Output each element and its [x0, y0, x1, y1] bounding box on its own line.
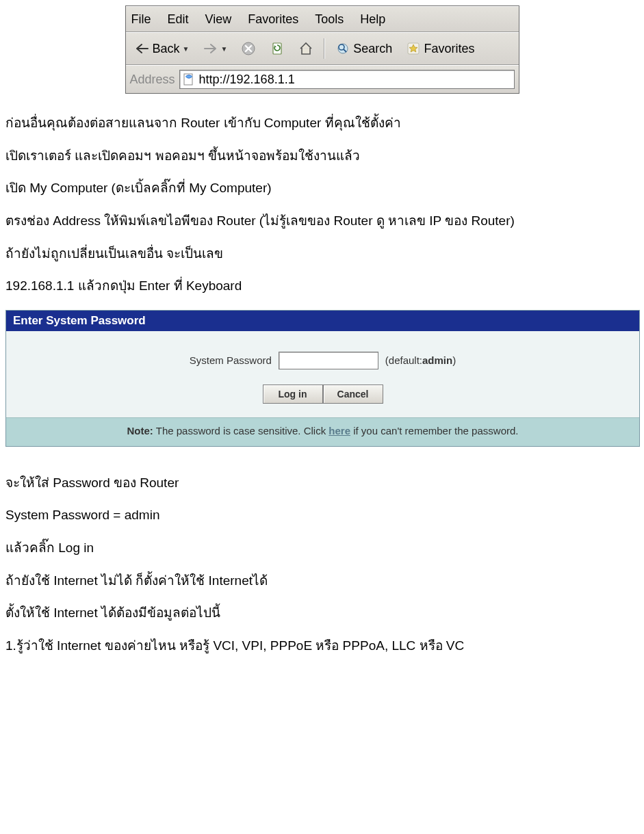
menu-help[interactable]: Help — [360, 12, 385, 27]
para-6: 192.168.1.1 แล้วกดปุ่ม Enter ที่ Keyboar… — [5, 277, 639, 295]
para-2: เปิดเราเตอร์ และเปิดคอมฯ พอคอมฯ ขึ้นหน้า… — [5, 147, 639, 165]
para-8: System Password = admin — [5, 506, 639, 524]
dropdown-icon: ▼ — [183, 45, 190, 53]
ie-address-bar: Address — [126, 65, 519, 93]
hint-prefix: (default: — [385, 354, 422, 366]
back-button[interactable]: Back ▼ — [130, 38, 194, 59]
forgot-password-link[interactable]: here — [329, 425, 350, 436]
favorites-button[interactable]: Favorites — [401, 38, 479, 59]
back-arrow-icon — [135, 41, 150, 56]
forward-button[interactable]: ▼ — [198, 38, 232, 59]
favorites-star-icon — [406, 41, 421, 56]
home-button[interactable] — [294, 38, 318, 59]
menu-view[interactable]: View — [205, 12, 232, 27]
para-5: ถ้ายังไม่ถูกเปลี่ยนเป็นเลขอื่น จะเป็นเลข — [5, 245, 639, 263]
ie-toolbar: Back ▼ ▼ Sea — [126, 32, 519, 65]
login-note: Note: The password is case sensitive. Cl… — [6, 417, 639, 446]
address-input[interactable] — [198, 72, 511, 88]
hint-suffix: ) — [452, 354, 456, 366]
search-label: Search — [353, 42, 392, 56]
address-box[interactable] — [179, 70, 515, 89]
favorites-label: Favorites — [424, 42, 474, 56]
back-label: Back — [153, 42, 180, 56]
password-hint: (default:admin) — [385, 354, 456, 366]
cancel-button[interactable]: Cancel — [323, 385, 383, 404]
address-label: Address — [130, 73, 175, 87]
login-body: System Password (default:admin) Log in C… — [6, 331, 639, 417]
home-icon — [298, 41, 313, 56]
refresh-button[interactable] — [265, 38, 289, 59]
dropdown-icon: ▼ — [220, 45, 227, 53]
para-1: ก่อนอื่นคุณต้องต่อสายแลนจาก Router เข้าก… — [5, 114, 639, 132]
ie-page-icon — [183, 73, 195, 86]
menu-file[interactable]: File — [131, 12, 151, 27]
search-icon — [335, 41, 350, 56]
refresh-icon — [270, 41, 285, 56]
menu-tools[interactable]: Tools — [315, 12, 344, 27]
password-row: System Password (default:admin) — [13, 352, 632, 369]
ie-browser-chrome: File Edit View Favorites Tools Help Back… — [125, 5, 519, 94]
para-11: ตั้งให้ใช้ Internet ได้ต้องมีข้อมูลต่อไป… — [5, 604, 639, 622]
router-login-panel: Enter System Password System Password (d… — [5, 310, 640, 447]
forward-arrow-icon — [203, 41, 218, 56]
para-9: แล้วคลิ๊ก Log in — [5, 539, 639, 557]
stop-icon — [241, 41, 256, 56]
login-button-row: Log in Cancel — [13, 385, 632, 404]
note-prefix: Note: — [127, 425, 153, 436]
para-10: ถ้ายังใช้ Internet ไม่ได้ ก็ตั้งค่าให้ใช… — [5, 572, 639, 590]
para-7: จะให้ใส่ Password ของ Router — [5, 474, 639, 492]
search-button[interactable]: Search — [331, 38, 397, 59]
menu-edit[interactable]: Edit — [168, 12, 189, 27]
para-12: 1.รู้ว่าใช้ Internet ของค่ายไหน หรือรู้ … — [5, 637, 639, 655]
stop-button[interactable] — [236, 38, 261, 59]
toolbar-separator — [324, 38, 325, 59]
system-password-input[interactable] — [279, 352, 378, 369]
login-title: Enter System Password — [6, 311, 639, 331]
note-text1: The password is case sensitive. Click — [153, 425, 329, 436]
login-button[interactable]: Log in — [263, 385, 323, 404]
note-text2: if you can't remember the password. — [350, 425, 518, 436]
para-4: ตรงช่อง Address ให้พิมพ์เลขไอพีของ Route… — [5, 212, 639, 230]
password-label: System Password — [190, 354, 272, 366]
menu-favorites[interactable]: Favorites — [248, 12, 298, 27]
hint-value: admin — [422, 354, 452, 366]
ie-menubar: File Edit View Favorites Tools Help — [126, 6, 519, 32]
para-3: เปิด My Computer (ดะเบิ้ลคลิ๊กที่ My Com… — [5, 179, 639, 197]
